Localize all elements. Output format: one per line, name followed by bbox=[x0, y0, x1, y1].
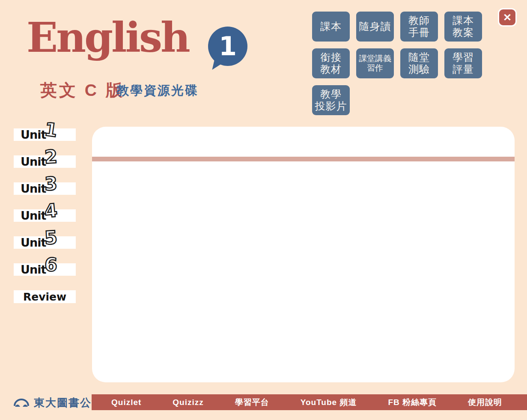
unit-label: Unit bbox=[21, 209, 46, 222]
unit-label: Unit bbox=[21, 262, 46, 276]
app-logo-english: English bbox=[27, 13, 189, 62]
button-label: 課本 bbox=[453, 15, 474, 27]
close-icon: ✕ bbox=[503, 12, 512, 24]
resource-button-assessment[interactable]: 學習 評量 bbox=[444, 48, 482, 78]
unit-number: 2 bbox=[44, 147, 58, 167]
edition-label: 英文 C 版 bbox=[40, 79, 125, 102]
resource-button-textbook[interactable]: 課本 bbox=[312, 12, 350, 42]
content-divider bbox=[92, 157, 515, 161]
sidebar-item-unit-2[interactable]: Unit 2 bbox=[14, 155, 76, 168]
sidebar-item-unit-1[interactable]: Unit 1 bbox=[14, 128, 76, 141]
button-label: 課本 bbox=[320, 21, 342, 33]
publisher-arch-icon bbox=[13, 396, 30, 409]
resource-button-quiz[interactable]: 隨堂 測驗 bbox=[400, 48, 438, 78]
button-label: 學習 bbox=[453, 51, 474, 63]
content-panel bbox=[92, 127, 515, 382]
unit-number: 6 bbox=[44, 255, 58, 274]
unit-label: Unit bbox=[21, 128, 46, 141]
sidebar-item-unit-3[interactable]: Unit 3 bbox=[14, 182, 76, 195]
button-label: 教材 bbox=[320, 63, 342, 75]
unit-label: Unit bbox=[21, 182, 46, 195]
footer-link-user-guide[interactable]: 使用說明 bbox=[468, 397, 502, 408]
unit-label: Unit bbox=[21, 155, 46, 168]
sidebar-item-unit-5[interactable]: Unit 5 bbox=[14, 236, 76, 249]
volume-number: 1 bbox=[219, 31, 237, 61]
button-label: 隨身讀 bbox=[359, 21, 391, 33]
review-label: Review bbox=[23, 291, 66, 303]
unit-number: 3 bbox=[44, 174, 57, 193]
resource-button-pocket-reader[interactable]: 隨身讀 bbox=[356, 12, 394, 42]
button-label: 測驗 bbox=[408, 63, 430, 75]
button-label: 投影片 bbox=[315, 100, 347, 112]
volume-badge: 1 bbox=[208, 27, 247, 66]
unit-number: 4 bbox=[44, 201, 58, 221]
button-label: 隨堂 bbox=[408, 51, 430, 63]
sidebar-item-unit-4[interactable]: Unit 4 bbox=[14, 209, 76, 222]
button-label: 課堂講義 bbox=[359, 54, 391, 63]
button-label: 教學 bbox=[320, 88, 342, 100]
button-label: 教案 bbox=[453, 27, 474, 39]
resource-button-bridging-material[interactable]: 銜接 教材 bbox=[312, 48, 350, 78]
resource-button-handout-workbook[interactable]: 課堂講義 習作 bbox=[356, 48, 394, 78]
publisher-logo: 東大圖書公司 bbox=[13, 395, 103, 410]
subtitle-label: 教學資源光碟 bbox=[116, 82, 199, 99]
sidebar-item-unit-6[interactable]: Unit 6 bbox=[14, 263, 76, 276]
button-label: 評量 bbox=[453, 63, 474, 75]
footer-link-youtube-channel[interactable]: YouTube 頻道 bbox=[301, 397, 357, 408]
resource-button-grid: 課本 隨身讀 教師 手冊 課本 教案 銜接 教材 課堂講義 習作 隨堂 測驗 學… bbox=[312, 12, 482, 115]
unit-label: Unit bbox=[21, 235, 46, 249]
footer-link-quizizz[interactable]: Quizizz bbox=[173, 398, 203, 407]
unit-sidebar: Unit 1 Unit 2 Unit 3 Unit 4 Unit 5 Unit … bbox=[14, 128, 76, 303]
button-label: 銜接 bbox=[320, 51, 342, 63]
footer-link-quizlet[interactable]: Quizlet bbox=[111, 398, 141, 407]
sidebar-item-review[interactable]: Review bbox=[14, 290, 76, 303]
footer-nav: Quizlet Quizizz 學習平台 YouTube 頻道 FB 粉絲專頁 … bbox=[92, 394, 527, 410]
close-button[interactable]: ✕ bbox=[498, 8, 517, 27]
resource-button-lesson-plan[interactable]: 課本 教案 bbox=[444, 12, 482, 42]
footer-link-fb-fanpage[interactable]: FB 粉絲專頁 bbox=[388, 397, 437, 408]
resource-button-teaching-slides[interactable]: 教學 投影片 bbox=[312, 85, 350, 115]
button-label: 教師 bbox=[408, 15, 430, 27]
resource-button-teacher-manual[interactable]: 教師 手冊 bbox=[400, 12, 438, 42]
unit-number: 1 bbox=[43, 120, 59, 140]
button-label: 習作 bbox=[367, 63, 383, 73]
unit-number: 5 bbox=[44, 228, 58, 247]
button-label: 手冊 bbox=[408, 27, 430, 39]
footer-link-learning-platform[interactable]: 學習平台 bbox=[235, 397, 269, 408]
